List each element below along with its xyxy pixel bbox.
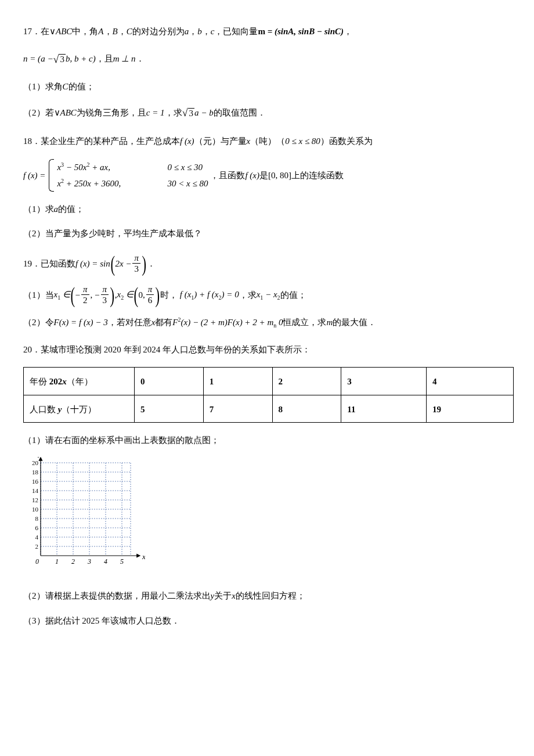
year-cell: 0 bbox=[135, 368, 204, 395]
ytick: 10 bbox=[32, 506, 39, 513]
abc: ABC bbox=[56, 23, 72, 40]
grid-svg: 2 4 6 8 10 12 14 16 18 20 0 1 2 3 bbox=[23, 457, 145, 573]
pop-cell: 8 bbox=[272, 395, 341, 423]
right-paren-icon: ) bbox=[156, 284, 160, 306]
text: ，若对任意 bbox=[108, 314, 151, 331]
ytick: 20 bbox=[32, 459, 39, 466]
q19-sub1: （1）当 x1 ∈ ( − π 2 , − π 3 ) , x2 ∈ ( 0, … bbox=[23, 284, 511, 306]
pi-over-2: π 2 bbox=[81, 284, 89, 305]
piece2: x2 + 250x + 3600, bbox=[57, 177, 167, 190]
text: ，且 bbox=[96, 51, 113, 67]
y: y bbox=[211, 588, 215, 604]
pi-over-6: π 6 bbox=[146, 284, 154, 305]
find: ，求 bbox=[239, 287, 257, 304]
ytick: 8 bbox=[35, 515, 39, 522]
q18-num: 18． bbox=[23, 133, 41, 150]
ineq: F2(x) − (2 + m)F(x) + 2 + mn 0 bbox=[172, 314, 283, 331]
pop-cell: 11 bbox=[341, 395, 427, 423]
q19-num: 19． bbox=[23, 255, 41, 272]
tail: 的值； bbox=[68, 78, 95, 95]
text: 都有 bbox=[155, 314, 172, 331]
scatter-grid: 2 4 6 8 10 12 14 16 18 20 0 1 2 3 bbox=[23, 457, 511, 579]
text: 的对边分别为 bbox=[132, 23, 185, 40]
q19-stem: 19． 已知函数 f (x) = sin ( 2x − π 3 ) ． bbox=[23, 253, 511, 275]
label: （2）若 bbox=[23, 105, 54, 121]
right-paren-icon: ) bbox=[110, 284, 115, 306]
piece1: x3 − 50x2 + ax, bbox=[57, 160, 167, 174]
question-20: 20． 某城市理论预测 2020 年到 2024 年人口总数与年份的关系如下表所… bbox=[23, 341, 511, 629]
comma: ， bbox=[202, 23, 211, 40]
q20-stem: 20． 某城市理论预测 2020 年到 2024 年人口总数与年份的关系如下表所… bbox=[23, 341, 511, 358]
sqrt-3: √3 bbox=[182, 103, 194, 123]
text: 在 bbox=[41, 23, 49, 40]
xtick: 1 bbox=[55, 557, 59, 566]
q19-sub2: （2）令 F(x) = f (x) − 3 ，若对任意 x 都有 F2(x) −… bbox=[23, 314, 511, 331]
b: b bbox=[197, 23, 202, 40]
xlabel: x bbox=[142, 552, 145, 561]
ytick: 16 bbox=[32, 478, 39, 485]
C: C bbox=[127, 23, 132, 40]
C: C bbox=[63, 78, 68, 95]
ytick: 6 bbox=[35, 524, 39, 531]
text: 某企业生产的某种产品，生产总成本 bbox=[41, 133, 180, 150]
q20-sub1: （1）请在右面的坐标系中画出上表数据的散点图； bbox=[23, 432, 511, 449]
text: （元）与产量 bbox=[194, 133, 247, 150]
text: ，且函数 bbox=[210, 167, 245, 184]
row-header-year: 年份 202x（年） bbox=[24, 368, 135, 395]
ytick: 4 bbox=[35, 534, 39, 541]
q20-sub3: （3）据此估计 2025 年该城市人口总数． bbox=[23, 613, 511, 629]
text: 为锐角三角形，且 bbox=[77, 105, 146, 121]
question-19: 19． 已知函数 f (x) = sin ( 2x − π 3 ) ． （1）当… bbox=[23, 253, 511, 331]
q20-num: 20． bbox=[23, 341, 41, 358]
xtick: 0 bbox=[35, 557, 39, 566]
tail: 的值； bbox=[280, 287, 306, 304]
xtick: 3 bbox=[87, 557, 91, 566]
diff: x1 − x2 bbox=[257, 286, 280, 303]
question-18: 18． 某企业生产的某种产品，生产总成本 f (x) （元）与产量 x （吨）（… bbox=[23, 133, 511, 242]
A: A bbox=[98, 23, 103, 40]
text: 恒成立，求 bbox=[283, 314, 326, 331]
m-perp-n: m ⊥ n bbox=[113, 51, 136, 67]
xtick: 5 bbox=[120, 557, 124, 566]
xtick: 4 bbox=[104, 557, 107, 566]
label: （1）当 bbox=[23, 287, 54, 304]
q18-piecewise: f (x) = x3 − 50x2 + ax, 0 ≤ x ≤ 30 x2 + … bbox=[23, 159, 511, 192]
q17-stem-2: n = (a − √3 b, b + c) ，且 m ⊥ n ． bbox=[23, 49, 511, 69]
row-header-pop: 人口数 y（十万） bbox=[24, 395, 135, 423]
tail: 的取值范围． bbox=[214, 105, 266, 121]
text: 已知函数 bbox=[41, 255, 75, 272]
x2-in: x2 ∈ bbox=[117, 286, 133, 303]
interval: [0, 80] bbox=[268, 167, 291, 184]
ytick: 18 bbox=[32, 469, 39, 476]
tail: 的值； bbox=[58, 201, 84, 218]
tail: 的最大值． bbox=[333, 314, 376, 331]
year-cell: 2 bbox=[272, 368, 341, 395]
pop-cell: 7 bbox=[203, 395, 272, 423]
year-cell: 1 bbox=[203, 368, 272, 395]
period: ． bbox=[147, 255, 156, 272]
year-cell: 4 bbox=[426, 368, 513, 395]
text: 是 bbox=[259, 167, 268, 184]
fx-eq: f (x) = bbox=[23, 167, 45, 184]
sqrt-3: √3 bbox=[53, 49, 66, 69]
pi-over-3: π 3 bbox=[132, 253, 140, 274]
text: 中，角 bbox=[72, 23, 98, 40]
q17-stem: 17． 在 ∨ ABC 中，角 A ， B ， C 的对边分别为 a ， b ，… bbox=[23, 23, 511, 40]
q17-num: 17． bbox=[23, 23, 41, 40]
q18-sub2: （2）当产量为多少吨时，平均生产成本最低？ bbox=[23, 225, 511, 242]
label: （2）令 bbox=[23, 314, 54, 331]
label: （1）求 bbox=[23, 201, 54, 218]
Fx: F(x) = f (x) − 3 bbox=[54, 314, 108, 331]
left-paren-icon: ( bbox=[110, 253, 115, 275]
q17-sub2: （2）若 ∨ ABC 为锐角三角形，且 c = 1 ，求 √3 a − b 的取… bbox=[23, 103, 511, 123]
comma: ， bbox=[104, 23, 113, 40]
ytick: 14 bbox=[32, 487, 39, 494]
pop-cell: 19 bbox=[426, 395, 513, 423]
left-paren-icon: ( bbox=[70, 284, 75, 306]
piece1-cond: 0 ≤ x ≤ 30 bbox=[167, 160, 203, 174]
ytick: 2 bbox=[35, 543, 39, 550]
a-minus-b: a − b bbox=[194, 105, 214, 121]
x: x bbox=[232, 588, 236, 604]
vector-n-tail: b, b + c) bbox=[66, 51, 96, 67]
arg: 2x − bbox=[115, 255, 131, 272]
